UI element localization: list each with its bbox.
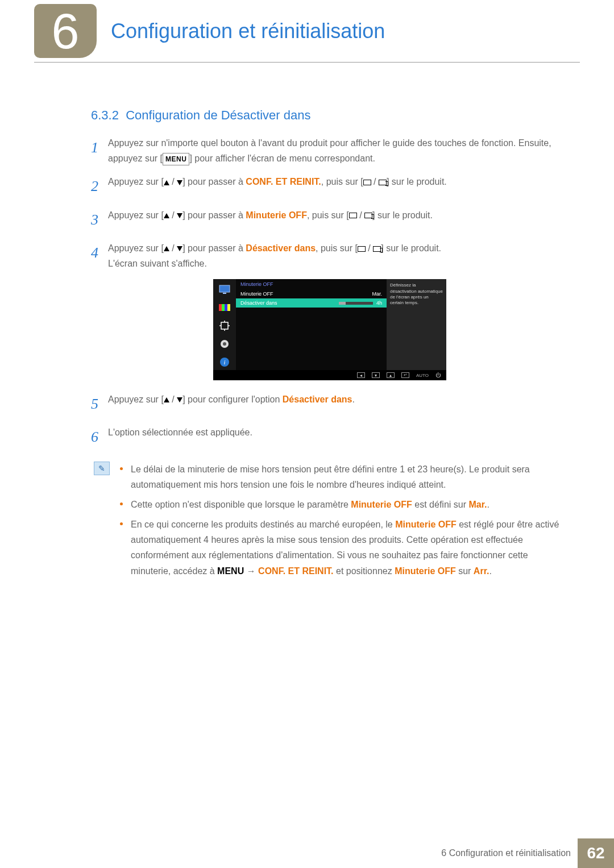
bold: MENU (217, 566, 244, 576)
up-icon: ▲ (387, 372, 395, 378)
text: Cette option n'est disponible que lorsqu… (131, 500, 351, 509)
step-number: 4 (91, 240, 108, 271)
text: En ce qui concerne les produits destinés… (131, 520, 395, 529)
text: Appuyez sur [ (108, 243, 164, 253)
note-list: Le délai de la minuterie de mise hors te… (120, 462, 569, 583)
source-icon (358, 246, 366, 252)
svg-point-9 (223, 342, 226, 346)
svg-text:i: i (223, 359, 225, 366)
text: . (489, 566, 491, 576)
osd-row-label: Minuterie OFF (240, 291, 273, 297)
highlight: CONF. ET REINIT. (246, 177, 321, 186)
text: . (352, 394, 355, 404)
osd-row-label: Désactiver dans (240, 300, 277, 306)
bullet-icon (120, 467, 123, 470)
text: Appuyez sur [ (108, 177, 164, 186)
osd-menu-title: Minuterie OFF (236, 279, 387, 289)
svg-rect-5 (225, 304, 227, 311)
svg-rect-1 (223, 293, 226, 294)
up-arrow-icon (164, 246, 169, 251)
highlight: Arr. (474, 566, 489, 576)
menu-button-icon: MENU (163, 153, 189, 165)
note-text: En ce qui concerne les produits destinés… (131, 517, 569, 579)
note-item-1: Le délai de la minuterie de mise hors te… (120, 462, 569, 492)
step-number: 3 (91, 207, 108, 232)
source-icon (363, 180, 371, 185)
osd-screenshot: i Minuterie OFF Minuterie OFF Mar. Désac… (91, 279, 569, 380)
text: ] pour configurer l'option (182, 394, 283, 404)
highlight: CONF. ET REINIT. (258, 566, 333, 576)
osd-panel: i Minuterie OFF Minuterie OFF Mar. Désac… (213, 279, 446, 380)
text: et positionnez (334, 566, 395, 576)
subsection-title: 6.3.2 Configuration de Désactiver dans (91, 108, 569, 123)
size-icon (218, 319, 231, 333)
down-arrow-icon (177, 397, 182, 402)
text: , puis sur [ (316, 243, 358, 253)
up-arrow-icon (164, 397, 169, 402)
highlight: Désactiver dans (283, 394, 352, 404)
bullet-icon (120, 522, 123, 525)
step-3: 3 Appuyez sur [ / ] pour passer à Minute… (91, 207, 569, 232)
page-footer: 6 Configuration et réinitialisation 62 (0, 838, 614, 868)
svg-rect-4 (222, 304, 225, 311)
note-item-3: En ce qui concerne les produits destinés… (120, 517, 569, 579)
enter-icon (364, 213, 372, 218)
source-icon (349, 213, 357, 218)
text: ] pour afficher l'écran de menu correspo… (189, 153, 375, 163)
down-arrow-icon (177, 213, 182, 218)
step-number: 5 (91, 392, 108, 417)
step-text: L'option sélectionnée est appliquée. (108, 425, 569, 450)
auto-label: AUTO (416, 373, 429, 378)
up-arrow-icon (164, 213, 169, 218)
text: Appuyez sur [ (108, 210, 164, 220)
arrow: → (244, 566, 258, 576)
down-icon: ▼ (372, 372, 380, 378)
enter-icon (379, 180, 387, 185)
text: ] sur le produit. (381, 243, 441, 253)
enter-icon (373, 246, 381, 252)
gear-icon (218, 337, 231, 351)
highlight: Désactiver dans (246, 243, 316, 253)
text: , puis sur [ (307, 210, 349, 220)
step-number: 1 (91, 135, 108, 166)
osd-row-value: Mar. (372, 291, 382, 297)
osd-sidebar: i (213, 279, 236, 370)
osd-row-minuterie: Minuterie OFF Mar. (236, 289, 387, 298)
text: L'écran suivant s'affiche. (108, 259, 207, 268)
step-2: 2 Appuyez sur [ / ] pour passer à CONF. … (91, 174, 569, 199)
step-6: 6 L'option sélectionnée est appliquée. (91, 425, 569, 450)
left-icon: ◄ (357, 372, 365, 378)
text: ] pour passer à (182, 177, 246, 186)
step-4: 4 Appuyez sur [ / ] pour passer à Désact… (91, 240, 569, 271)
text: . (487, 500, 489, 509)
step-text: Appuyez sur [ / ] pour passer à CONF. ET… (108, 174, 569, 199)
down-arrow-icon (177, 180, 182, 185)
color-icon (218, 301, 231, 314)
svg-rect-7 (221, 322, 228, 329)
monitor-icon (218, 283, 231, 296)
info-icon: i (218, 355, 231, 369)
osd-row-value: 4h (376, 300, 382, 306)
highlight: Minuterie OFF (351, 500, 412, 509)
step-list: 1 Appuyez sur n'importe quel bouton à l'… (91, 135, 569, 271)
step-text: Appuyez sur n'importe quel bouton à l'av… (108, 135, 569, 166)
page-number: 62 (578, 838, 614, 868)
osd-menu: Minuterie OFF Minuterie OFF Mar. Désacti… (236, 279, 387, 370)
osd-slider (339, 302, 373, 305)
power-icon: ⏻ (435, 372, 441, 378)
note-text: Cette option n'est disponible que lorsqu… (131, 497, 489, 512)
footer-label: 6 Configuration et réinitialisation (441, 838, 578, 868)
text: ] pour passer à (182, 210, 246, 220)
note-item-2: Cette option n'est disponible que lorsqu… (120, 497, 569, 512)
step-text: Appuyez sur [ / ] pour passer à Désactiv… (108, 240, 569, 271)
note-text: Le délai de la minuterie de mise hors te… (131, 462, 569, 492)
svg-rect-3 (219, 304, 222, 311)
text: , puis sur [ (321, 177, 363, 186)
step-list-cont: 5 Appuyez sur [ / ] pour configurer l'op… (91, 392, 569, 450)
highlight: Minuterie OFF (246, 210, 307, 220)
note-icon: ✎ (94, 462, 110, 475)
step-1: 1 Appuyez sur n'importe quel bouton à l'… (91, 135, 569, 166)
text: sur (456, 566, 474, 576)
text: est défini sur (412, 500, 469, 509)
page-content: 6.3.2 Configuration de Désactiver dans 1… (0, 63, 614, 583)
